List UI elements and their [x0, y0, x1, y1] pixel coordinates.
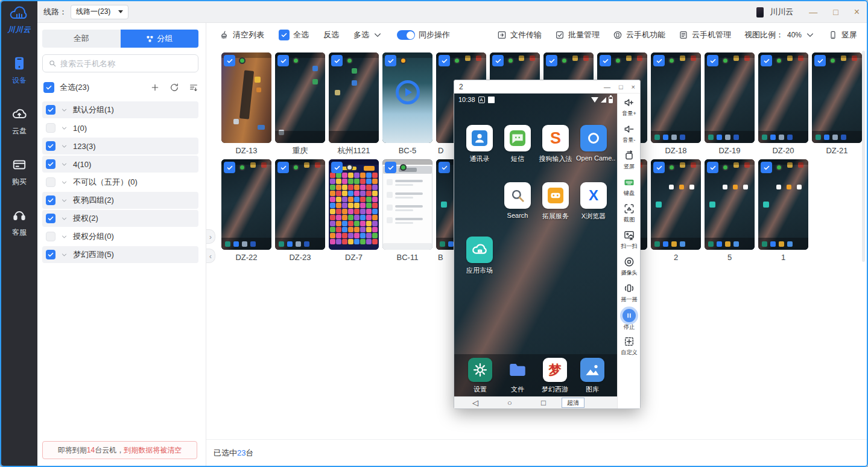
device-thumbnail[interactable]	[275, 52, 325, 143]
nav-back-button[interactable]: ◁	[472, 399, 478, 407]
device-checkbox[interactable]	[707, 55, 718, 66]
device-checkbox[interactable]	[707, 162, 718, 173]
group-checkbox[interactable]	[46, 232, 55, 241]
phone-app-ext[interactable]: 拓展服务	[538, 182, 573, 221]
device-thumbnail[interactable]	[221, 159, 271, 250]
group-row[interactable]: 不可以（五开）(0)	[42, 174, 198, 191]
cloud-phone-func-button[interactable]: 云手机功能	[613, 30, 665, 40]
phone-tool-cam[interactable]: 摄像头	[620, 256, 638, 282]
phone-app-sogou[interactable]: S搜狗输入法	[538, 125, 573, 164]
group-checkbox[interactable]	[46, 177, 55, 187]
search-input[interactable]	[60, 59, 192, 68]
phone-tool-rotate[interactable]: 竖屏	[623, 150, 635, 176]
group-checkbox[interactable]	[46, 214, 55, 223]
phone-tool-shot[interactable]: 截图	[623, 203, 635, 229]
device-thumbnail[interactable]	[705, 52, 755, 143]
phone-minimize-button[interactable]: —	[604, 83, 610, 91]
invert-select-button[interactable]: 反选	[323, 30, 339, 40]
group-row[interactable]: 授权分组(0)	[42, 228, 198, 245]
device-checkbox[interactable]	[277, 55, 289, 66]
phone-app-xbrowser[interactable]: XX浏览器	[576, 182, 611, 221]
device-checkbox[interactable]	[277, 162, 289, 173]
group-checkbox[interactable]	[46, 141, 55, 151]
sidebar-item-headset[interactable]: 客服	[11, 208, 27, 238]
phone-tool-volm[interactable]: 音量-	[622, 123, 636, 150]
tab-groups[interactable]: 分组	[121, 30, 199, 48]
phone-app-store[interactable]: 应用市场	[462, 237, 497, 275]
group-row[interactable]: 4(10)	[42, 156, 198, 173]
portrait-button[interactable]: 竖屏	[828, 30, 857, 40]
dock-app-settings[interactable]: 设置	[463, 358, 498, 394]
nav-home-button[interactable]: ○	[507, 399, 512, 407]
device-thumbnail[interactable]	[329, 159, 379, 250]
line-select-dropdown[interactable]: 线路一(23)	[71, 5, 128, 19]
sidebar-item-phone[interactable]: 设备	[11, 56, 27, 86]
phone-app-contacts[interactable]: 通讯录	[462, 125, 497, 164]
group-checkbox[interactable]	[46, 159, 55, 169]
group-row[interactable]: 授权(2)	[42, 210, 198, 227]
refresh-icon[interactable]	[169, 83, 179, 92]
phone-tool-stop[interactable]: 停止	[622, 309, 636, 335]
dock-app-gallery[interactable]: 图库	[575, 358, 610, 394]
phone-tool-kbd[interactable]: 键盘	[623, 176, 635, 203]
device-thumbnail[interactable]	[758, 52, 808, 143]
add-group-icon[interactable]	[150, 83, 160, 92]
close-button[interactable]: ×	[854, 7, 860, 17]
phone-screen[interactable]: 10:38 A 通讯录短信S搜狗输入法Open Came..Search拓展服务…	[454, 94, 617, 408]
file-transfer-button[interactable]: 文件传输	[497, 30, 542, 40]
device-thumbnail[interactable]	[705, 159, 755, 250]
phone-maximize-button[interactable]: □	[619, 83, 623, 91]
device-thumbnail[interactable]	[651, 159, 701, 250]
nav-recents-button[interactable]: □	[541, 399, 546, 407]
dock-app-mhxy[interactable]: 梦梦幻西游	[537, 358, 572, 394]
search-box[interactable]	[42, 54, 198, 72]
sidebar-item-card[interactable]: 购买	[11, 157, 27, 187]
group-row[interactable]: 梦幻西游(5)	[42, 246, 198, 263]
group-row[interactable]: 123(3)	[42, 138, 198, 154]
phone-tool-volp[interactable]: 音量+	[621, 97, 637, 123]
toolbar-select-all-checkbox[interactable]	[279, 30, 290, 40]
phone-tool-custom[interactable]: 自定义	[620, 335, 638, 362]
device-checkbox[interactable]	[761, 55, 772, 66]
group-row[interactable]: 1(0)	[42, 119, 198, 136]
cloud-phone-mgmt-button[interactable]: 云手机管理	[679, 30, 731, 40]
batch-mgmt-button[interactable]: 批量管理	[555, 30, 600, 40]
quality-selector[interactable]: 超清	[562, 398, 584, 408]
group-row[interactable]: 夜鸦四组(2)	[42, 192, 198, 209]
device-thumbnail[interactable]	[812, 52, 862, 143]
group-checkbox[interactable]	[46, 250, 55, 259]
group-row[interactable]: 默认分组(1)	[42, 101, 198, 118]
view-ratio-dropdown[interactable]: 视图比例： 40%	[744, 30, 815, 40]
dock-app-files[interactable]: 文件	[500, 358, 535, 394]
device-checkbox[interactable]	[814, 55, 826, 66]
group-checkbox[interactable]	[46, 123, 55, 133]
device-checkbox[interactable]	[331, 55, 343, 66]
grid-scrollbar[interactable]	[862, 51, 865, 262]
collapse-list-icon[interactable]	[189, 83, 198, 92]
phone-tool-shake[interactable]: 摇一摇	[620, 282, 638, 309]
clear-list-button[interactable]: 清空列表	[220, 30, 264, 40]
device-checkbox[interactable]	[385, 55, 396, 66]
select-all-toolbar[interactable]: 全选	[279, 30, 309, 40]
phone-app-search[interactable]: Search	[500, 182, 535, 219]
phone-tool-scan[interactable]: 扫一扫	[620, 229, 638, 256]
device-checkbox[interactable]	[439, 162, 450, 173]
device-checkbox[interactable]	[224, 162, 235, 173]
device-checkbox[interactable]	[600, 55, 611, 66]
device-checkbox[interactable]	[653, 162, 665, 173]
device-checkbox[interactable]	[492, 55, 504, 66]
tab-all[interactable]: 全部	[42, 30, 121, 48]
device-checkbox[interactable]	[385, 162, 396, 173]
phone-window-titlebar[interactable]: 2 — □ ×	[454, 80, 640, 94]
device-checkbox[interactable]	[224, 55, 235, 66]
device-checkbox[interactable]	[331, 162, 343, 173]
device-checkbox[interactable]	[439, 55, 450, 66]
device-checkbox[interactable]	[761, 162, 772, 173]
minimize-button[interactable]: —	[809, 8, 817, 16]
phone-app-camera[interactable]: Open Came..	[576, 125, 611, 162]
device-checkbox[interactable]	[546, 55, 557, 66]
device-thumbnail[interactable]	[382, 159, 432, 250]
multi-select-button[interactable]: 多选	[353, 30, 382, 40]
group-checkbox[interactable]	[46, 195, 55, 205]
device-thumbnail[interactable]	[275, 159, 325, 250]
